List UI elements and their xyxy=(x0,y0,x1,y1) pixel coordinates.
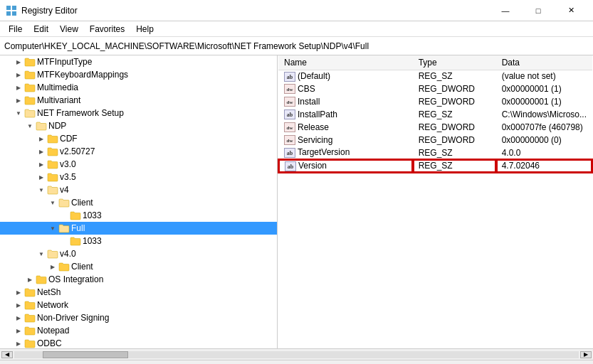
tree-item[interactable]: ▶ Non-Driver Signing xyxy=(0,311,277,324)
tree-item-label: MTFInputType xyxy=(37,57,92,67)
col-name[interactable]: Name xyxy=(278,55,413,70)
menu-item-favorites[interactable]: Favorites xyxy=(84,23,130,36)
registry-name-cell: abInstallPath xyxy=(278,108,413,121)
tree-expander[interactable]: ▶ xyxy=(13,299,24,311)
registry-row[interactable]: dwReleaseREG_DWORD0x000707fe (460798) xyxy=(278,121,592,134)
scroll-track[interactable] xyxy=(14,351,579,358)
tree-item[interactable]: ▼ v4.0 xyxy=(0,247,277,260)
tree-item[interactable]: ▼ NET Framework Setup xyxy=(0,107,277,119)
registry-type-cell: REG_SZ xyxy=(413,159,496,173)
scroll-left-button[interactable]: ◀ xyxy=(1,351,13,358)
tree-expander[interactable]: ▶ xyxy=(13,56,24,68)
registry-row[interactable]: abTargetVersionREG_SZ4.0.0 xyxy=(278,146,592,159)
registry-row[interactable]: dwCBSREG_DWORD0x00000001 (1) xyxy=(278,82,592,95)
tree-item[interactable]: ▼ Client xyxy=(0,196,277,209)
tree-item[interactable]: ▶ v3.0 xyxy=(0,158,277,171)
tree-expander[interactable]: ▼ xyxy=(47,223,58,234)
folder-icon xyxy=(70,236,83,247)
tree-item[interactable]: ▶ Notepad xyxy=(0,324,277,337)
menu-item-help[interactable]: Help xyxy=(130,23,159,36)
tree-item[interactable]: 1033 xyxy=(0,209,277,222)
col-type[interactable]: Type xyxy=(413,55,496,70)
close-button[interactable]: ✕ xyxy=(555,0,587,21)
registry-name-cell: abVersion xyxy=(278,159,413,173)
tree-expander[interactable]: ▶ xyxy=(13,338,24,348)
tree-item[interactable]: ▼ NDP xyxy=(0,119,277,132)
tree-item[interactable]: ▶ Network xyxy=(0,299,277,311)
svg-rect-1 xyxy=(12,6,16,10)
tree-expander[interactable]: ▼ xyxy=(13,107,24,119)
tree-item[interactable]: ▶ v2.50727 xyxy=(0,145,277,158)
tree-item[interactable]: 1033 xyxy=(0,235,277,247)
registry-type-cell: REG_DWORD xyxy=(413,95,496,108)
menu-item-view[interactable]: View xyxy=(54,23,84,36)
tree-expander[interactable]: ▼ xyxy=(36,184,47,196)
registry-row[interactable]: dwInstallREG_DWORD0x00000001 (1) xyxy=(278,95,592,108)
registry-name-cell: dwServicing xyxy=(278,134,413,146)
folder-icon xyxy=(24,57,37,68)
tree-item[interactable]: ▶ Multimedia xyxy=(0,81,277,94)
app-title: Registry Editor xyxy=(21,6,489,16)
tree-item[interactable]: ▶ MTFKeyboardMappings xyxy=(0,68,277,81)
tree-expander[interactable]: ▶ xyxy=(13,95,24,106)
tree-expander[interactable] xyxy=(58,210,70,221)
tree-item-label: MTFKeyboardMappings xyxy=(37,70,128,80)
horizontal-scrollbar[interactable]: ◀ ▶ xyxy=(0,348,593,360)
tree-expander[interactable]: ▶ xyxy=(36,146,47,157)
tree-item[interactable]: ▶ Multivariant xyxy=(0,94,277,107)
tree-item-label: Notepad xyxy=(37,326,69,336)
tree-expander[interactable]: ▶ xyxy=(13,287,24,298)
registry-data-cell: 0x00000001 (1) xyxy=(496,95,592,108)
registry-row[interactable]: dwServicingREG_DWORD0x00000000 (0) xyxy=(278,134,592,146)
scroll-right-button[interactable]: ▶ xyxy=(580,351,592,358)
tree-expander[interactable]: ▶ xyxy=(36,159,47,170)
folder-icon xyxy=(47,159,60,170)
tree-item[interactable]: ▶ CDF xyxy=(0,132,277,145)
tree-expander[interactable]: ▶ xyxy=(36,171,47,183)
menu-item-edit[interactable]: Edit xyxy=(28,23,54,36)
tree-item[interactable]: ▶ Client xyxy=(0,260,277,273)
registry-row[interactable]: abInstallPathREG_SZC:\Windows\Microso... xyxy=(278,108,592,121)
registry-name-cell: dwCBS xyxy=(278,82,413,95)
registry-row[interactable]: abVersionREG_SZ4.7.02046 xyxy=(278,159,592,173)
tree-item-label: Client xyxy=(71,198,93,208)
tree-expander[interactable]: ▶ xyxy=(13,82,24,93)
tree-expander[interactable]: ▶ xyxy=(13,69,24,80)
registry-data-cell: 4.7.02046 xyxy=(496,159,592,173)
tree-expander[interactable]: ▼ xyxy=(24,120,36,132)
tree-item[interactable]: ▼ v4 xyxy=(0,183,277,196)
registry-data-cell: C:\Windows\Microso... xyxy=(496,108,592,121)
window-controls: — □ ✕ xyxy=(489,0,587,21)
tree-expander[interactable]: ▶ xyxy=(13,325,24,336)
folder-icon xyxy=(58,262,71,272)
tree-item[interactable]: ▶ v3.5 xyxy=(0,171,277,183)
tree-item[interactable]: ▶ MTFInputType xyxy=(0,55,277,68)
tree-expander[interactable]: ▶ xyxy=(36,133,47,144)
tree-expander[interactable]: ▶ xyxy=(13,312,24,323)
tree-expander[interactable] xyxy=(58,235,70,247)
registry-values-pane[interactable]: Name Type Data ab(Default)REG_SZ(value n… xyxy=(278,55,593,348)
registry-type-cell: REG_SZ xyxy=(413,70,496,82)
tree-expander[interactable]: ▶ xyxy=(24,274,36,285)
registry-row[interactable]: ab(Default)REG_SZ(value not set) xyxy=(278,70,592,82)
minimize-button[interactable]: — xyxy=(489,0,522,21)
tree-item[interactable]: ▼ Full xyxy=(0,222,277,235)
tree-expander[interactable]: ▼ xyxy=(47,197,58,208)
folder-icon xyxy=(24,70,37,80)
maximize-button[interactable]: □ xyxy=(522,0,555,21)
tree-item-label: Non-Driver Signing xyxy=(37,313,109,323)
folder-icon xyxy=(58,198,71,208)
folder-icon xyxy=(47,146,60,157)
folder-icon xyxy=(70,210,83,221)
tree-expander[interactable]: ▼ xyxy=(36,248,47,259)
tree-item[interactable]: ▶ OS Integration xyxy=(0,273,277,286)
registry-data-cell: 0x000707fe (460798) xyxy=(496,121,592,134)
tree-item[interactable]: ▶ ODBC xyxy=(0,337,277,348)
tree-expander[interactable]: ▶ xyxy=(47,261,58,272)
tree-item[interactable]: ▶ NetSh xyxy=(0,286,277,299)
tree-pane[interactable]: ▶ MTFInputType▶ MTFKeyboardMappings▶ Mul… xyxy=(0,55,278,348)
col-data[interactable]: Data xyxy=(496,55,592,70)
menubar: FileEditViewFavoritesHelp xyxy=(0,21,593,37)
menu-item-file[interactable]: File xyxy=(3,23,28,36)
scroll-thumb[interactable] xyxy=(43,351,128,358)
